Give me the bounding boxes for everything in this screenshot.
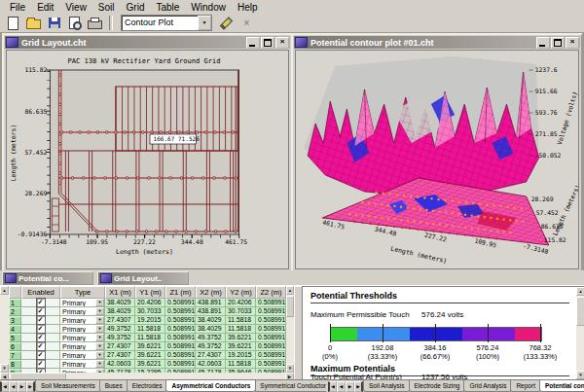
cell-x2[interactable]: 49.3752 bbox=[196, 342, 226, 351]
cell-x2[interactable]: 38.4029 bbox=[196, 325, 226, 334]
type-dropdown[interactable]: Primary▼ bbox=[60, 325, 105, 334]
tab-electrode-sizing[interactable]: Electrode Sizing bbox=[409, 380, 466, 392]
cell-x2[interactable]: 27.4307 bbox=[196, 351, 226, 360]
scroll-down-icon[interactable]: ▼ bbox=[576, 371, 584, 379]
scrollbar-thumb[interactable] bbox=[286, 296, 294, 317]
minimized-window-potential[interactable]: Potential co... bbox=[2, 271, 93, 285]
chevron-down-icon[interactable]: ▼ bbox=[95, 316, 104, 324]
type-dropdown[interactable]: Primary▼ bbox=[60, 299, 105, 307]
cell-x2[interactable]: 38.4029 bbox=[196, 316, 226, 325]
cell-z1[interactable]: 0.508991 bbox=[165, 360, 196, 369]
cell-y2[interactable]: 20.4206 bbox=[226, 299, 256, 307]
chevron-down-icon[interactable]: ▼ bbox=[95, 351, 104, 359]
tab-asymmetrical-conductors[interactable]: Asymmetrical Conductors bbox=[165, 380, 256, 392]
type-dropdown[interactable]: Primary▼ bbox=[60, 316, 105, 325]
cell-x2[interactable]: 438.891 bbox=[196, 299, 226, 307]
cell-z1[interactable]: 0.508991 bbox=[165, 342, 196, 351]
cell-x2[interactable]: 438.891 bbox=[196, 307, 226, 316]
cell-z2[interactable]: 0.508991 bbox=[256, 325, 286, 334]
chevron-down-icon[interactable]: ▼ bbox=[95, 360, 104, 368]
cell-y1[interactable]: 39.6221 bbox=[135, 360, 165, 369]
edit-plot-button[interactable] bbox=[217, 15, 236, 31]
minimize-button[interactable] bbox=[536, 37, 550, 49]
scrollbar-thumb[interactable] bbox=[576, 297, 584, 326]
cell-z2[interactable]: 0.508991 bbox=[256, 299, 286, 307]
table-left-scrollbar[interactable]: ▲ ▼ bbox=[0, 286, 9, 373]
tab-report[interactable]: Report bbox=[510, 380, 541, 392]
row-number[interactable]: 3 bbox=[9, 316, 21, 325]
cell-x2[interactable]: 42.0603 bbox=[196, 360, 226, 369]
chevron-down-icon[interactable]: ▼ bbox=[95, 334, 104, 341]
tab-electrodes[interactable]: Electrodes bbox=[127, 380, 168, 392]
tab-last-icon[interactable]: ▶ bbox=[354, 381, 363, 392]
print-button[interactable] bbox=[86, 15, 104, 31]
cell-y1[interactable]: 11.5818 bbox=[135, 325, 165, 334]
minimize-button[interactable] bbox=[246, 37, 260, 49]
cell-z1[interactable]: 0.508991 bbox=[165, 334, 196, 342]
cell-z1[interactable]: 0.508991 bbox=[165, 351, 196, 360]
menu-soil[interactable]: Soil bbox=[92, 1, 121, 14]
delete-plot-button[interactable]: × bbox=[237, 15, 256, 31]
cell-x1[interactable]: 27.4307 bbox=[105, 316, 135, 325]
tab-soil-measurements[interactable]: Soil Measurements bbox=[35, 380, 101, 392]
new-button[interactable] bbox=[4, 15, 22, 31]
maximize-button[interactable] bbox=[551, 37, 565, 49]
menu-help[interactable]: Help bbox=[232, 1, 264, 14]
cell-z2[interactable]: 0.508991 bbox=[256, 360, 286, 369]
menu-grid[interactable]: Grid bbox=[121, 1, 151, 14]
cell-x1[interactable]: 27.4307 bbox=[105, 342, 135, 351]
cell-z1[interactable]: 0.508991 bbox=[165, 325, 196, 334]
tab-buses[interactable]: Buses bbox=[99, 380, 128, 392]
cell-x1[interactable]: 38.4029 bbox=[105, 299, 135, 307]
close-button[interactable]: × bbox=[566, 37, 579, 49]
chevron-down-icon[interactable]: ▼ bbox=[95, 325, 104, 333]
row-number[interactable]: 2 bbox=[9, 307, 21, 316]
row-number[interactable]: 7 bbox=[9, 351, 21, 360]
cell-z2[interactable]: 0.508991 bbox=[256, 351, 286, 360]
menu-window[interactable]: Window bbox=[185, 1, 232, 14]
row-number[interactable]: 4 bbox=[9, 325, 21, 334]
tab-prev-icon[interactable]: ◀ bbox=[9, 381, 18, 392]
row-number[interactable]: 5 bbox=[9, 334, 21, 342]
chevron-down-icon[interactable]: ▼ bbox=[198, 16, 211, 30]
chevron-down-icon[interactable]: ▼ bbox=[95, 299, 104, 306]
type-dropdown[interactable]: Primary▼ bbox=[60, 351, 105, 360]
contour-plot-titlebar[interactable]: Potential contour plot #01.cht × bbox=[294, 36, 580, 49]
chevron-down-icon[interactable]: ▼ bbox=[95, 342, 104, 350]
open-button[interactable] bbox=[24, 15, 43, 31]
cell-z2[interactable]: 0.508991 bbox=[256, 307, 286, 316]
cell-y1[interactable]: 11.5818 bbox=[135, 334, 165, 342]
close-button[interactable]: × bbox=[275, 37, 289, 49]
chevron-down-icon[interactable]: ▼ bbox=[95, 307, 104, 315]
row-number[interactable]: 6 bbox=[9, 342, 21, 351]
cell-x1[interactable]: 49.3752 bbox=[105, 325, 135, 334]
tab-first-icon[interactable]: ◀ bbox=[0, 381, 9, 392]
cell-y1[interactable]: 39.6221 bbox=[135, 351, 165, 360]
minimized-window-grid-layout[interactable]: Grid Layout.. bbox=[97, 271, 189, 285]
cell-x1[interactable]: 49.3752 bbox=[105, 334, 135, 342]
scroll-down-icon[interactable]: ▼ bbox=[286, 364, 294, 373]
menu-edit[interactable]: Edit bbox=[31, 1, 59, 14]
save-button[interactable] bbox=[45, 15, 63, 31]
type-dropdown[interactable]: Primary▼ bbox=[60, 334, 105, 342]
cell-y2[interactable]: 11.5818 bbox=[226, 316, 256, 325]
print-preview-button[interactable] bbox=[65, 15, 84, 31]
type-dropdown[interactable]: Primary▼ bbox=[60, 307, 105, 316]
cell-y2[interactable]: 11.5818 bbox=[226, 325, 256, 334]
plot-type-combobox[interactable]: Contour Plot ▼ bbox=[121, 15, 212, 31]
cell-z1[interactable]: 0.508991 bbox=[165, 307, 196, 316]
row-number[interactable]: 8 bbox=[9, 360, 21, 369]
maximize-button[interactable] bbox=[261, 37, 274, 49]
panel-vertical-scrollbar[interactable]: ▲ ▼ bbox=[576, 287, 584, 379]
menu-table[interactable]: Table bbox=[150, 1, 185, 14]
tab-last-icon[interactable]: ▶ bbox=[26, 381, 35, 392]
scroll-up-icon[interactable]: ▲ bbox=[576, 287, 584, 296]
tab-symmetrical-conductors[interactable]: Symmetrical Conductors bbox=[254, 380, 326, 392]
cell-x2[interactable]: 49.3752 bbox=[196, 334, 226, 342]
scroll-up-icon[interactable]: ▲ bbox=[286, 286, 294, 295]
cell-z1[interactable]: 0.508991 bbox=[165, 316, 196, 325]
grid-layout-titlebar[interactable]: Grid Layout.cht × bbox=[5, 36, 290, 49]
tab-first-icon[interactable]: ◀ bbox=[328, 381, 337, 392]
scroll-down-icon[interactable]: ▼ bbox=[0, 364, 9, 373]
cell-z2[interactable]: 0.508991 bbox=[256, 334, 286, 342]
